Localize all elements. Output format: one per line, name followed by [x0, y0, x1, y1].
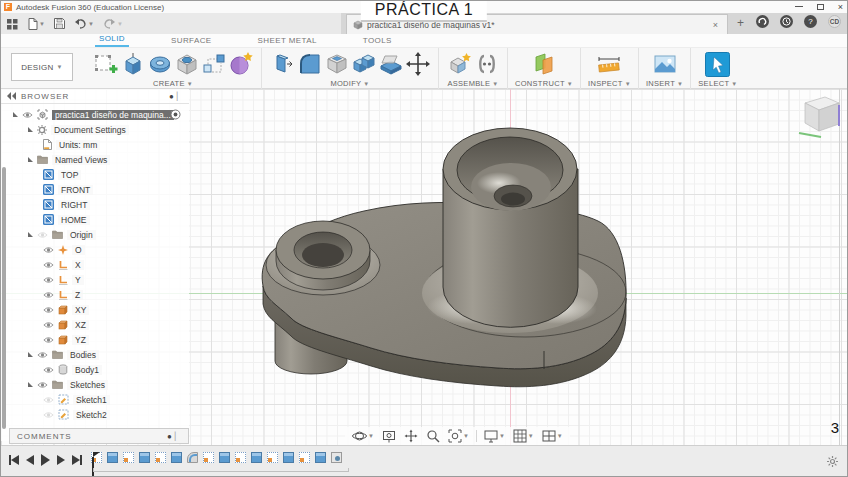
timeline-feature-sketch-10[interactable]	[235, 452, 246, 463]
timeline-feature-sketch-5[interactable]	[155, 452, 166, 463]
timeline-feature-extrude-15[interactable]	[315, 452, 326, 463]
tree-item-units-mm[interactable]: Units: mm	[1, 137, 189, 152]
hole-icon[interactable]	[173, 51, 200, 78]
tab-solid[interactable]: SOLID	[95, 34, 129, 47]
tree-item-document-settings[interactable]: Document Settings	[1, 122, 189, 137]
tree-item-top[interactable]: TOP	[1, 167, 189, 182]
undo-icon[interactable]: ▼	[74, 18, 94, 29]
viewcube[interactable]	[795, 93, 847, 141]
grid-settings-icon[interactable]: ▼	[510, 429, 537, 443]
visibility-eye-icon[interactable]	[43, 366, 54, 374]
fillet-icon[interactable]	[296, 51, 323, 78]
fit-icon[interactable]: ▼	[445, 429, 472, 443]
timeline-feature-sketch-12[interactable]	[267, 452, 278, 463]
display-settings-icon[interactable]: ▼	[481, 429, 508, 443]
viewports-icon[interactable]: ▼	[539, 429, 566, 443]
visibility-eye-icon[interactable]	[43, 396, 54, 404]
timeline-playhead[interactable]	[92, 452, 100, 477]
user-avatar[interactable]: CD	[828, 15, 841, 28]
tree-item-practica1-dise-o-de-maquina[interactable]: practica1 diseño de maquina...	[1, 107, 189, 122]
close-button[interactable]: ×	[838, 2, 843, 12]
tree-item-sketches[interactable]: Sketches	[1, 377, 189, 392]
save-icon[interactable]	[54, 18, 65, 29]
timeline-feature-extrude-4[interactable]	[139, 452, 150, 463]
ribbon-group-label-select[interactable]: SELECT▼	[698, 79, 737, 88]
help-icon[interactable]: ?	[804, 15, 817, 28]
split-body-icon[interactable]	[377, 51, 404, 78]
timeline-feature-extrude-2[interactable]	[107, 452, 118, 463]
ribbon-group-label-inspect[interactable]: INSPECT▼	[588, 79, 631, 88]
comments-panel[interactable]: COMMENTS ●▏	[9, 428, 189, 444]
ribbon-group-label-assemble[interactable]: ASSEMBLE▼	[447, 79, 498, 88]
tree-item-body1[interactable]: Body1	[1, 362, 189, 377]
timeline-settings-gear-icon[interactable]	[827, 456, 838, 469]
tree-item-z[interactable]: Z	[1, 287, 189, 302]
timeline-skip-start-button[interactable]	[9, 455, 19, 465]
create-sketch-icon[interactable]	[92, 51, 119, 78]
activate-component-radio[interactable]	[170, 109, 181, 122]
tree-item-home[interactable]: HOME	[1, 212, 189, 227]
job-status-icon[interactable]	[780, 15, 793, 28]
timeline-step-back-button[interactable]	[26, 455, 34, 465]
visibility-eye-icon[interactable]	[43, 291, 54, 299]
revolve-icon[interactable]	[146, 51, 173, 78]
visibility-eye-icon[interactable]	[22, 111, 33, 119]
insert-image-icon[interactable]	[651, 51, 678, 78]
expander-triangle-icon[interactable]	[28, 352, 33, 357]
collapse-panel-icon[interactable]	[7, 92, 16, 100]
press-pull-icon[interactable]	[269, 51, 296, 78]
timeline-feature-extrude-11[interactable]	[251, 452, 262, 463]
visibility-eye-icon[interactable]	[43, 246, 54, 254]
pan-icon[interactable]	[401, 429, 421, 443]
orbit-icon[interactable]: ▼	[349, 429, 377, 443]
tree-item-o[interactable]: O	[1, 242, 189, 257]
new-component-icon[interactable]	[446, 51, 473, 78]
tree-item-named-views[interactable]: Named Views	[1, 152, 189, 167]
timeline-feature-sketch-3[interactable]	[123, 452, 134, 463]
visibility-eye-icon[interactable]	[43, 336, 54, 344]
minimize-button[interactable]	[795, 6, 803, 7]
timeline-play-button[interactable]	[41, 454, 50, 466]
tab-sheet-metal[interactable]: SHEET METAL	[254, 36, 321, 47]
visibility-eye-icon[interactable]	[37, 231, 48, 239]
timeline-feature-extrude-6[interactable]	[171, 452, 182, 463]
timeline-feature-hole-16[interactable]	[331, 452, 342, 463]
tree-item-xz[interactable]: XZ	[1, 317, 189, 332]
visibility-eye-icon[interactable]	[37, 351, 48, 359]
timeline-feature-sketch-14[interactable]	[299, 452, 310, 463]
tree-item-bodies[interactable]: Bodies	[1, 347, 189, 362]
new-tab-button[interactable]: +	[737, 16, 744, 30]
tab-close-icon[interactable]: ×	[710, 20, 721, 30]
joint-icon[interactable]	[473, 51, 500, 78]
expander-triangle-icon[interactable]	[28, 157, 33, 162]
ribbon-group-label-construct[interactable]: CONSTRUCT▼	[515, 79, 573, 88]
look-at-icon[interactable]	[379, 429, 399, 443]
timeline-feature-fillet-7[interactable]	[187, 452, 198, 463]
tree-item-right[interactable]: RIGHT	[1, 197, 189, 212]
maximize-button[interactable]	[817, 4, 824, 10]
file-menu-icon[interactable]: ▼	[28, 18, 45, 30]
ribbon-group-label-modify[interactable]: MODIFY▼	[330, 79, 369, 88]
timeline-step-forward-button[interactable]	[57, 455, 65, 465]
visibility-eye-icon[interactable]	[43, 411, 54, 419]
design-workspace-button[interactable]: DESIGN▼	[11, 53, 73, 81]
timeline-feature-extrude-9[interactable]	[219, 452, 230, 463]
visibility-eye-icon[interactable]	[43, 261, 54, 269]
ribbon-group-label-create[interactable]: CREATE▼	[153, 79, 193, 88]
tree-item-x[interactable]: X	[1, 257, 189, 272]
tree-item-xy[interactable]: XY	[1, 302, 189, 317]
timeline-skip-end-button[interactable]	[72, 455, 82, 465]
measure-icon[interactable]	[596, 51, 623, 78]
expander-triangle-icon[interactable]	[28, 382, 33, 387]
tree-item-yz[interactable]: YZ	[1, 332, 189, 347]
timeline-feature-extrude-13[interactable]	[283, 452, 294, 463]
ribbon-group-label-insert[interactable]: INSERT▼	[646, 79, 683, 88]
tree-item-front[interactable]: FRONT	[1, 182, 189, 197]
visibility-eye-icon[interactable]	[43, 321, 54, 329]
expander-triangle-icon[interactable]	[13, 112, 18, 117]
visibility-eye-icon[interactable]	[43, 306, 54, 314]
combine-icon[interactable]	[350, 51, 377, 78]
comments-options-icon[interactable]: ●▏	[167, 432, 181, 441]
tree-item-sketch2[interactable]: Sketch2	[1, 407, 189, 422]
pattern-icon[interactable]	[200, 51, 227, 78]
